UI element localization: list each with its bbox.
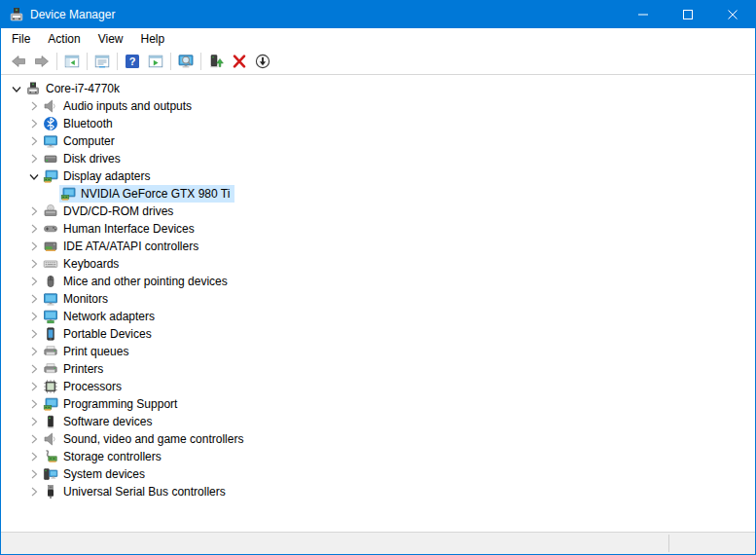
update-driver-button[interactable]	[204, 51, 228, 72]
tree-item-content[interactable]: Print queues	[42, 343, 133, 360]
expand-chevron-icon[interactable]	[26, 274, 42, 289]
tree-item-ide-ata-atapi-controllers[interactable]: IDE ATA/ATAPI controllers	[1, 238, 755, 255]
disable-device-button[interactable]	[251, 51, 274, 72]
chevron-glyph	[26, 449, 42, 464]
tree-item-system-devices[interactable]: System devices	[1, 465, 755, 483]
tree-item-human-interface-devices[interactable]: Human Interface Devices	[1, 220, 755, 238]
tree-item-label: Monitors	[63, 292, 110, 306]
tree-item-keyboards[interactable]: Keyboards	[1, 255, 755, 273]
tree-item-content[interactable]: Network adapters	[42, 308, 160, 325]
show-action-pane-button[interactable]	[144, 51, 167, 72]
tree-item-content[interactable]: Core-i7-4770k	[24, 80, 125, 97]
tree-item-label: Print queues	[63, 345, 130, 358]
tree-item-content[interactable]: Display adapters	[42, 167, 155, 185]
tree-item-universal-serial-bus-controllers[interactable]: Universal Serial Bus controllers	[1, 483, 755, 500]
expand-chevron-icon[interactable]	[26, 309, 42, 324]
tree-item-content[interactable]: Keyboards	[42, 255, 124, 273]
expand-chevron-icon[interactable]	[26, 256, 42, 272]
device-manager-icon	[9, 7, 24, 22]
tree-item-mice-and-other-pointing-devices[interactable]: Mice and other pointing devices	[1, 273, 755, 290]
tree-item-content[interactable]: Storage controllers	[42, 448, 166, 465]
tree-item-software-devices[interactable]: Software devices	[1, 413, 755, 430]
menu-file[interactable]: File	[3, 29, 39, 49]
maximize-button[interactable]	[666, 1, 710, 28]
tree-item-content[interactable]: Bluetooth	[42, 115, 118, 132]
expand-chevron-icon[interactable]	[26, 204, 42, 219]
tree-item-content[interactable]: Programming Support	[42, 395, 182, 413]
tree-item-core-i7-4770k[interactable]: Core-i7-4770k	[1, 80, 755, 97]
expand-chevron-icon[interactable]	[26, 449, 42, 464]
tree-item-monitors[interactable]: Monitors	[1, 290, 755, 308]
back-button[interactable]	[7, 51, 30, 72]
expand-chevron-icon[interactable]	[26, 291, 42, 307]
expand-chevron-icon[interactable]	[26, 344, 42, 359]
toolbar-separator	[170, 53, 171, 70]
scan-hardware-changes-button[interactable]	[174, 51, 198, 72]
storage-controller-icon	[43, 449, 58, 464]
minimize-button[interactable]	[621, 1, 666, 28]
tree-item-disk-drives[interactable]: Disk drives	[1, 150, 755, 167]
expand-chevron-icon[interactable]	[26, 379, 42, 394]
show-console-tree-button[interactable]	[60, 51, 84, 72]
selected-tree-item-content[interactable]: NVIDIA GeForce GTX 980 Ti	[59, 185, 234, 203]
properties-button[interactable]	[90, 51, 114, 72]
tree-item-content[interactable]: Universal Serial Bus controllers	[42, 483, 231, 500]
expand-chevron-icon[interactable]	[26, 98, 42, 114]
expand-chevron-icon[interactable]	[26, 466, 42, 482]
tree-item-label: Printers	[63, 362, 105, 376]
close-button[interactable]	[710, 1, 755, 28]
menu-help[interactable]: Help	[132, 29, 174, 49]
tree-item-processors[interactable]: Processors	[1, 378, 755, 395]
tree-item-content[interactable]: Monitors	[42, 290, 113, 308]
expand-chevron-icon[interactable]	[26, 326, 42, 342]
tree-item-content[interactable]: Printers	[42, 360, 108, 378]
expand-chevron-icon[interactable]	[26, 133, 42, 149]
tree-item-display-adapters[interactable]: Display adapters	[1, 167, 755, 185]
tree-item-print-queues[interactable]: Print queues	[1, 343, 755, 360]
expand-chevron-icon[interactable]	[26, 239, 42, 254]
expand-chevron-icon[interactable]	[26, 396, 42, 412]
tree-item-sound-video-and-game-controllers[interactable]: Sound, video and game controllers	[1, 430, 755, 448]
tree-item-content[interactable]: IDE ATA/ATAPI controllers	[42, 238, 203, 255]
tree-item-content[interactable]: Software devices	[42, 413, 157, 430]
tree-item-programming-support[interactable]: Programming Support	[1, 395, 755, 413]
tree-item-content[interactable]: DVD/CD-ROM drives	[42, 203, 178, 220]
forward-button[interactable]	[30, 51, 54, 72]
tree-item-content[interactable]: Portable Devices	[42, 325, 157, 343]
software-device-icon	[43, 414, 58, 429]
tree-item-content[interactable]: Computer	[42, 132, 120, 150]
tree-item-printers[interactable]: Printers	[1, 360, 755, 378]
tree-item-content[interactable]: Sound, video and game controllers	[42, 430, 248, 448]
expand-chevron-icon[interactable]	[26, 431, 42, 447]
menu-view[interactable]: View	[90, 29, 132, 49]
tree-item-content[interactable]: Processors	[42, 378, 126, 395]
tree-item-storage-controllers[interactable]: Storage controllers	[1, 448, 755, 465]
tree-item-content[interactable]: Disk drives	[42, 150, 126, 167]
expand-chevron-icon[interactable]	[26, 484, 42, 500]
menu-action[interactable]: Action	[39, 29, 89, 49]
tree-item-nvidia-geforce-gtx-980-ti[interactable]: NVIDIA GeForce GTX 980 Ti	[1, 185, 755, 203]
title-bar[interactable]: Device Manager	[1, 1, 755, 28]
help-button[interactable]	[121, 51, 144, 72]
uninstall-device-button[interactable]	[228, 51, 251, 72]
expand-chevron-icon[interactable]	[26, 361, 42, 377]
tree-item-content[interactable]: Human Interface Devices	[42, 220, 199, 238]
tree-item-content[interactable]: Mice and other pointing devices	[42, 273, 233, 290]
tree-item-bluetooth[interactable]: Bluetooth	[1, 115, 755, 132]
expand-chevron-icon[interactable]	[26, 116, 42, 131]
tree-item-network-adapters[interactable]: Network adapters	[1, 308, 755, 325]
expand-chevron-icon[interactable]	[26, 221, 42, 237]
chevron-glyph	[26, 309, 42, 324]
tree-item-portable-devices[interactable]: Portable Devices	[1, 325, 755, 343]
printer-icon	[43, 344, 58, 359]
tree-item-content[interactable]: System devices	[42, 465, 150, 483]
expand-chevron-icon[interactable]	[26, 414, 42, 429]
tree-item-label: Portable Devices	[63, 327, 154, 341]
expand-chevron-icon[interactable]	[26, 151, 42, 166]
tree-item-content[interactable]: Audio inputs and outputs	[42, 97, 197, 115]
tree-item-computer[interactable]: Computer	[1, 132, 755, 150]
collapse-chevron-icon[interactable]	[26, 168, 42, 184]
tree-item-audio-inputs-and-outputs[interactable]: Audio inputs and outputs	[1, 97, 755, 115]
tree-item-dvd-cd-rom-drives[interactable]: DVD/CD-ROM drives	[1, 203, 755, 220]
collapse-chevron-icon[interactable]	[9, 81, 24, 96]
